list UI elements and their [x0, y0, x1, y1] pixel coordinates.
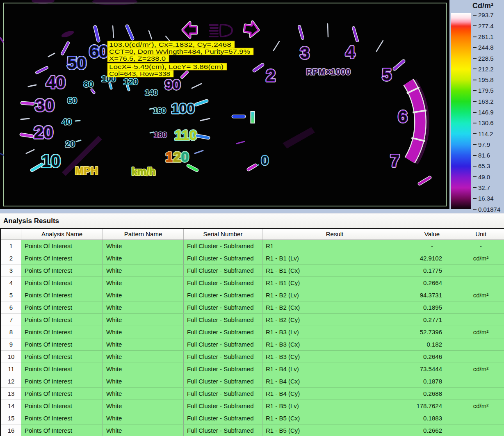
svg-text:1: 1: [166, 149, 173, 164]
svg-text:RPM×1000: RPM×1000: [306, 67, 351, 76]
svg-text:140: 140: [145, 88, 158, 97]
svg-text:30: 30: [35, 96, 55, 115]
svg-text:7: 7: [390, 152, 399, 170]
svg-text:4: 4: [346, 43, 355, 61]
svg-text:103.0(cd/m²), Cx=.1832, Cy=.24: 103.0(cd/m²), Cx=.1832, Cy=.2468: [109, 41, 231, 48]
svg-text:X=76.5, Z=238.0: X=76.5, Z=238.0: [109, 55, 166, 62]
svg-text:6: 6: [398, 107, 407, 126]
svg-text:60: 60: [67, 96, 77, 105]
svg-text:160: 160: [153, 106, 166, 115]
svg-text:CCT=0, Dom Wvlngth=484, Purity: CCT=0, Dom Wvlngth=484, Purity=57.9%: [109, 48, 250, 55]
svg-text:2: 2: [266, 66, 275, 84]
svg-text:80: 80: [84, 79, 93, 89]
svg-text:50: 50: [67, 53, 87, 73]
svg-text:MPH: MPH: [75, 165, 98, 176]
svg-text:5: 5: [382, 66, 391, 84]
svg-text:km/h: km/h: [132, 166, 155, 177]
svg-text:2: 2: [173, 149, 181, 164]
svg-text:20: 20: [65, 139, 75, 148]
svg-text:20: 20: [34, 123, 53, 142]
svg-text:0: 0: [181, 149, 189, 164]
svg-text:40: 40: [62, 117, 71, 126]
svg-text:LocX=-5.49(cm), LocY= 3.86(cm): LocX=-5.49(cm), LocY= 3.86(cm): [109, 63, 223, 70]
svg-text:110: 110: [175, 127, 197, 143]
svg-text:Col=643, Row=338: Col=643, Row=338: [109, 70, 170, 77]
svg-text:60: 60: [89, 42, 109, 61]
svg-text:180: 180: [154, 130, 167, 139]
svg-text:90: 90: [165, 77, 180, 92]
svg-text:3: 3: [300, 44, 309, 62]
svg-text:0: 0: [261, 153, 269, 168]
svg-text:40: 40: [46, 73, 66, 92]
svg-text:10: 10: [41, 151, 61, 171]
svg-text:120: 120: [123, 77, 138, 86]
svg-text:100: 100: [171, 100, 195, 116]
